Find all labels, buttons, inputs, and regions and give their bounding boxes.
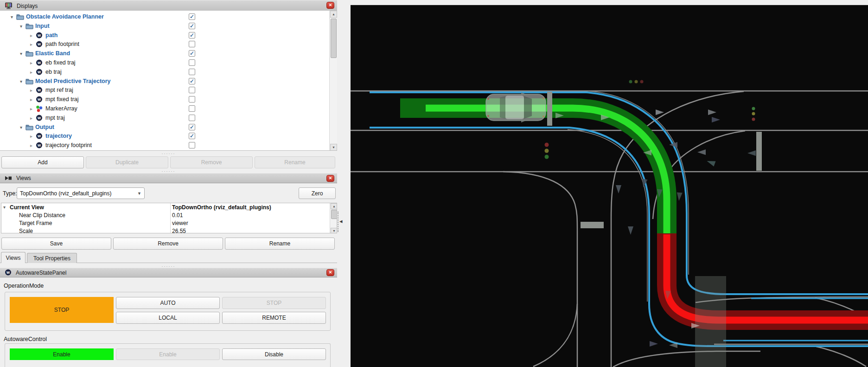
view-type-select[interactable]: TopDownOrtho (rviz_default_plugins) ▼ xyxy=(17,187,145,199)
splitter-handle[interactable] xyxy=(338,212,338,232)
tree-row-eb-traj[interactable]: ▸web traj xyxy=(0,67,321,77)
tree-row-output[interactable]: ▾Output✓ xyxy=(0,122,321,132)
tree-row-input[interactable]: ▾Input✓ xyxy=(0,21,321,31)
tree-row-mpt-traj[interactable]: ▸wmpt traj xyxy=(0,113,321,122)
tree-row-mpt-fixed-traj[interactable]: ▸wmpt fixed traj xyxy=(0,95,321,104)
chevron-right-icon[interactable]: ▸ xyxy=(29,42,34,47)
visibility-checkbox[interactable]: ✓ xyxy=(189,23,195,29)
remove-button[interactable]: Remove xyxy=(170,156,253,168)
displays-scrollbar-thumb[interactable] xyxy=(331,19,337,58)
tree-row-markerarray[interactable]: ▸MarkerArray xyxy=(0,104,321,113)
visibility-checkbox[interactable] xyxy=(189,87,195,93)
tree-row-eb-fixed-traj[interactable]: ▸web fixed traj xyxy=(0,58,321,67)
duplicate-button[interactable]: Duplicate xyxy=(86,156,168,168)
tree-row-label: trajectory footprint xyxy=(45,142,92,148)
visibility-checkbox[interactable] xyxy=(189,69,195,75)
visibility-checkbox[interactable] xyxy=(189,142,195,148)
views-close-icon[interactable]: ✕ xyxy=(326,175,334,182)
chevron-right-icon[interactable]: ▸ xyxy=(29,60,34,65)
stop-button[interactable]: STOP xyxy=(222,297,326,309)
visibility-checkbox[interactable]: ✓ xyxy=(189,78,195,84)
displays-scrollbar[interactable]: ▲ ▼ xyxy=(329,11,337,151)
tree-row-obstacle-avoidance-planner[interactable]: ▾Obstacle Avoidance Planner✓ xyxy=(0,12,321,21)
chevron-right-icon[interactable]: ▸ xyxy=(29,106,34,111)
visibility-checkbox[interactable]: ✓ xyxy=(189,13,195,20)
remote-button[interactable]: REMOTE xyxy=(222,312,326,324)
tree-row-trajectory-footprint[interactable]: ▸wtrajectory footprint xyxy=(0,141,321,150)
visibility-checkbox[interactable] xyxy=(189,96,195,103)
views-panel-titlebar[interactable]: Views ✕ xyxy=(0,173,337,183)
property-row-scale[interactable]: Scale26.55 xyxy=(1,227,330,233)
visibility-checkbox[interactable]: ✓ xyxy=(189,32,195,39)
chevron-right-icon[interactable]: ▸ xyxy=(29,116,34,121)
panel-drag-handle[interactable]: ······ xyxy=(0,152,337,155)
tree-row-elastic-band[interactable]: ▾Elastic Band✓ xyxy=(0,49,321,58)
visibility-checkbox[interactable]: ✓ xyxy=(189,50,195,57)
autoware-panel-titlebar[interactable]: w AutowareStatePanel ✕ xyxy=(0,268,337,277)
tree-row-path[interactable]: ▸wpath✓ xyxy=(0,31,321,40)
stop-line xyxy=(581,222,604,228)
chevron-right-icon[interactable]: ▸ xyxy=(29,143,34,148)
chevron-right-icon[interactable]: ▸ xyxy=(29,70,34,75)
autoware-close-icon[interactable]: ✕ xyxy=(326,269,334,276)
add-button[interactable]: Add xyxy=(1,156,84,168)
chevron-down-icon[interactable]: ▾ xyxy=(9,14,14,19)
auto-button[interactable]: AUTO xyxy=(116,297,220,309)
tree-row-trajectory[interactable]: ▸wtrajectory✓ xyxy=(0,131,321,141)
rename-button[interactable]: Rename xyxy=(225,238,335,250)
chevron-down-icon[interactable]: ▾ xyxy=(19,24,24,29)
tab-views[interactable]: Views xyxy=(1,252,26,263)
tree-row-label: MarkerArray xyxy=(45,105,77,112)
svg-text:w: w xyxy=(37,88,41,92)
scroll-up-icon[interactable]: ▲ xyxy=(330,11,337,18)
disable-button[interactable]: Disable xyxy=(222,348,326,360)
scroll-down-icon[interactable]: ▼ xyxy=(331,228,337,233)
aw-icon: w xyxy=(36,59,44,66)
tree-row-label: path xyxy=(45,32,57,39)
visibility-checkbox[interactable]: ✓ xyxy=(189,124,195,130)
tab-tool-properties[interactable]: Tool Properties xyxy=(27,253,77,263)
views-scrollbar-thumb[interactable] xyxy=(331,210,337,219)
displays-close-icon[interactable]: ✕ xyxy=(326,2,334,9)
property-row-target-frame[interactable]: Target Frameviewer xyxy=(1,219,330,227)
traffic-light-dot xyxy=(629,80,632,84)
collapse-panel-icon[interactable]: ◂ xyxy=(339,218,343,225)
panel-drag-handle[interactable]: ······ xyxy=(0,170,337,173)
chevron-down-icon[interactable]: ▾ xyxy=(19,125,24,130)
chevron-right-icon[interactable]: ▸ xyxy=(29,88,34,93)
displays-panel-titlebar[interactable]: Displays ✕ xyxy=(0,0,337,12)
chevron-down-icon[interactable]: ▾ xyxy=(19,79,24,84)
remove-button[interactable]: Remove xyxy=(113,238,223,250)
property-row-current-view[interactable]: ▾Current ViewTopDownOrtho (rviz_default_… xyxy=(1,203,330,211)
visibility-checkbox[interactable] xyxy=(189,41,195,47)
chevron-right-icon[interactable]: ▸ xyxy=(29,97,34,102)
tree-row-path-footprint[interactable]: ▸wpath footprint xyxy=(0,39,321,49)
3d-viewport[interactable] xyxy=(351,0,868,367)
lane-direction-arrow xyxy=(616,185,621,193)
zero-button[interactable]: Zero xyxy=(299,187,336,199)
chevron-right-icon[interactable]: ▸ xyxy=(29,134,34,139)
tree-row-mpt-ref-traj[interactable]: ▸wmpt ref traj xyxy=(0,85,321,95)
chevron-down-icon[interactable]: ▾ xyxy=(3,205,6,210)
tree-row-label: eb traj xyxy=(45,69,62,75)
save-button[interactable]: Save xyxy=(1,238,111,250)
views-scrollbar[interactable]: ▲ ▼ xyxy=(330,203,337,233)
tree-row-label: mpt ref traj xyxy=(45,87,73,93)
enable-button[interactable]: Enable xyxy=(116,348,220,360)
visibility-checkbox[interactable]: ✓ xyxy=(189,133,195,139)
visibility-checkbox[interactable] xyxy=(189,115,195,121)
crosswalk-area xyxy=(695,276,726,367)
rename-button[interactable]: Rename xyxy=(255,156,335,168)
property-row-near-clip-distance[interactable]: Near Clip Distance0.01 xyxy=(1,211,330,219)
visibility-checkbox[interactable] xyxy=(189,105,195,112)
ego-vehicle xyxy=(486,92,546,122)
visibility-checkbox[interactable] xyxy=(189,59,195,66)
scroll-down-icon[interactable]: ▼ xyxy=(330,144,337,151)
aw-icon: w xyxy=(36,87,44,94)
tree-row-model-predictive-trajectory[interactable]: ▾Model Predictive Trajectory✓ xyxy=(0,77,321,86)
scroll-up-icon[interactable]: ▲ xyxy=(331,203,337,209)
chevron-right-icon[interactable]: ▸ xyxy=(29,33,34,38)
chevron-down-icon[interactable]: ▾ xyxy=(19,51,24,56)
local-button[interactable]: LOCAL xyxy=(116,312,220,324)
svg-text:w: w xyxy=(37,143,41,148)
